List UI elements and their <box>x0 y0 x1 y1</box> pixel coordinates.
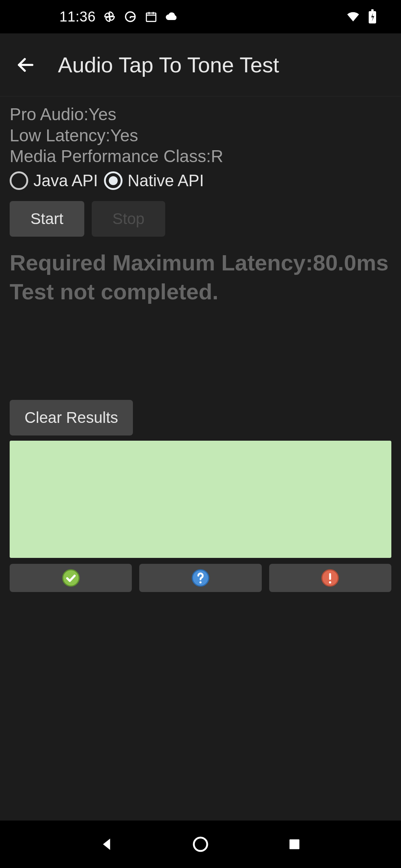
svg-point-6 <box>199 581 202 583</box>
svg-rect-8 <box>329 573 331 580</box>
nav-recents-button[interactable] <box>280 829 309 859</box>
info-low-latency: Low Latency:Yes <box>10 125 391 146</box>
svg-point-10 <box>194 838 207 851</box>
radio-inner-dot <box>109 176 118 185</box>
svg-point-4 <box>63 570 79 586</box>
calendar-icon <box>144 10 158 24</box>
back-button[interactable] <box>11 50 40 79</box>
stop-button: Stop <box>92 201 165 237</box>
status-time: 11:36 <box>59 9 96 25</box>
svg-rect-11 <box>290 839 300 849</box>
google-g-icon <box>123 10 137 24</box>
main-content: Pro Audio:Yes Low Latency:Yes Media Perf… <box>0 96 401 821</box>
circle-home-icon <box>192 835 209 853</box>
api-radio-group: Java API Native API <box>10 171 391 190</box>
nav-home-button[interactable] <box>186 829 215 859</box>
nav-back-button[interactable] <box>92 829 121 859</box>
info-button[interactable] <box>139 564 261 592</box>
test-completion-text: Test not completed. <box>10 277 391 306</box>
navigation-bar <box>0 821 401 868</box>
page-title: Audio Tap To Tone Test <box>58 52 279 77</box>
wifi-icon <box>346 10 360 24</box>
start-button[interactable]: Start <box>10 201 84 237</box>
info-media-perf-class: Media Performance Class:R <box>10 146 391 167</box>
radio-native-api-label: Native API <box>128 171 204 190</box>
control-button-row: Start Stop <box>10 201 391 237</box>
required-latency-text: Required Maximum Latency:80.0ms <box>10 249 391 277</box>
tap-area[interactable] <box>10 441 391 558</box>
info-pro-audio: Pro Audio:Yes <box>10 104 391 125</box>
question-circle-icon <box>192 569 209 587</box>
status-bar: 11:36 <box>0 0 401 33</box>
app-bar: Audio Tap To Tone Test <box>0 33 401 96</box>
radio-native-api[interactable]: Native API <box>104 171 206 190</box>
svg-point-9 <box>329 581 331 583</box>
radio-checked-icon <box>104 171 123 190</box>
square-recents-icon <box>287 837 302 852</box>
pinwheel-icon <box>102 10 117 24</box>
svg-rect-1 <box>146 13 156 22</box>
status-block: Required Maximum Latency:80.0ms Test not… <box>10 249 391 306</box>
svg-rect-3 <box>371 9 374 11</box>
arrow-left-icon <box>16 55 36 75</box>
radio-java-api[interactable]: Java API <box>10 171 100 190</box>
radio-unchecked-icon <box>10 171 28 190</box>
alert-circle-icon <box>321 569 339 587</box>
fail-button[interactable] <box>269 564 391 592</box>
pass-button[interactable] <box>10 564 132 592</box>
cloud-icon <box>165 10 179 24</box>
clear-results-button[interactable]: Clear Results <box>10 400 133 435</box>
check-circle-icon <box>62 569 80 587</box>
status-bar-right <box>346 10 379 24</box>
battery-charging-icon <box>365 10 379 24</box>
triangle-back-icon <box>98 836 115 853</box>
radio-java-api-label: Java API <box>33 171 98 190</box>
status-bar-left: 11:36 <box>59 9 179 25</box>
result-button-row <box>10 564 391 592</box>
